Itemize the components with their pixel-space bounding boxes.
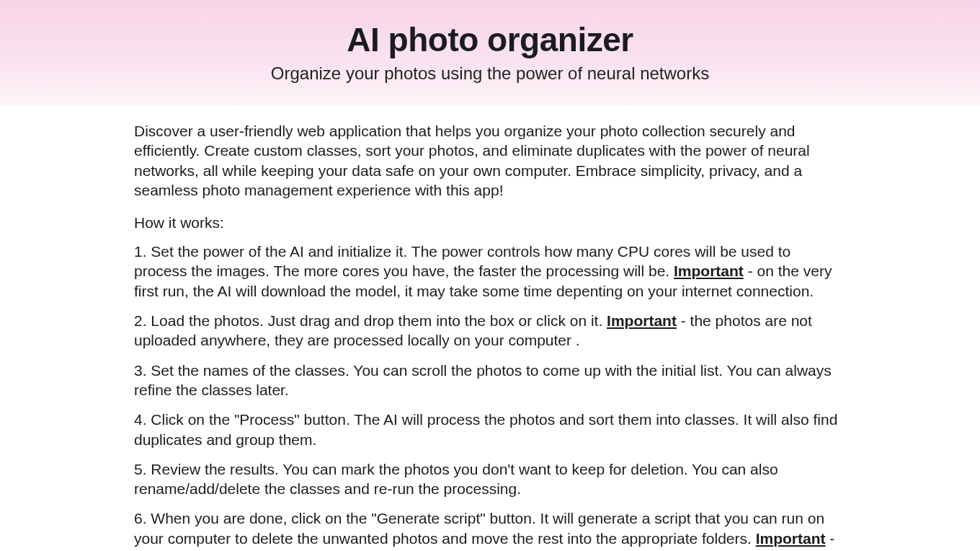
steps-list: Set the power of the AI and initialize i… — [134, 242, 846, 551]
step-text: Review the results. You can mark the pho… — [134, 461, 778, 497]
step-text: Set the names of the classes. You can sc… — [134, 362, 832, 398]
intro-paragraph: Discover a user-friendly web application… — [134, 121, 846, 200]
step-item: Set the names of the classes. You can sc… — [134, 361, 846, 400]
important-label: Important — [756, 530, 826, 547]
step-item: When you are done, click on the "Generat… — [134, 508, 846, 551]
how-it-works-label: How it works: — [134, 214, 846, 232]
step-item: Review the results. You can mark the pho… — [134, 459, 846, 499]
step-item: Set the power of the AI and initialize i… — [134, 242, 846, 301]
step-item: Click on the "Process" button. The AI wi… — [134, 410, 846, 449]
page-title: AI photo organizer — [14, 20, 966, 59]
important-label: Important — [674, 263, 744, 279]
step-text: Load the photos. Just drag and drop them… — [151, 312, 607, 329]
step-item: Load the photos. Just drag and drop them… — [134, 311, 846, 351]
description-section: Discover a user-friendly web application… — [0, 105, 980, 551]
step-text: Click on the "Process" button. The AI wi… — [134, 411, 837, 447]
hero-banner: AI photo organizer Organize your photos … — [0, 0, 980, 105]
step-text: When you are done, click on the "Generat… — [134, 510, 824, 546]
page-subtitle: Organize your photos using the power of … — [14, 63, 966, 84]
important-label: Important — [607, 312, 677, 329]
